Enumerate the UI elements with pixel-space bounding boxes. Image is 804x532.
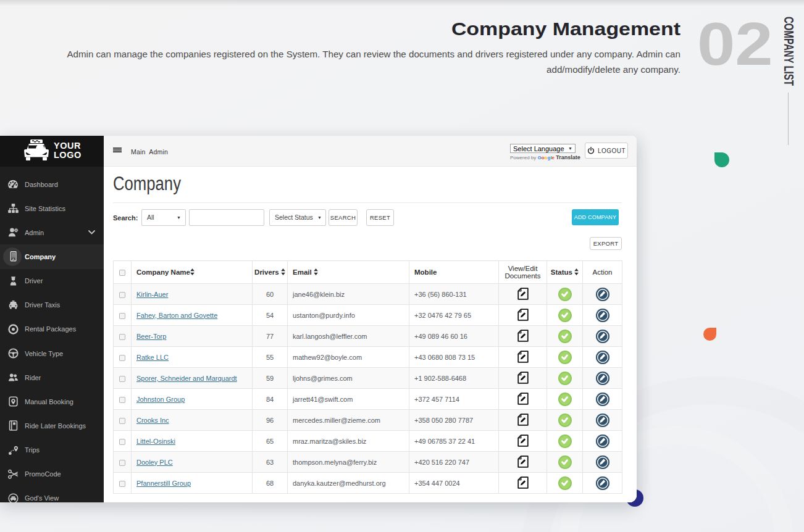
svg-text:YOUR: YOUR [54, 141, 81, 151]
svg-text:LOGO: LOGO [54, 150, 82, 160]
